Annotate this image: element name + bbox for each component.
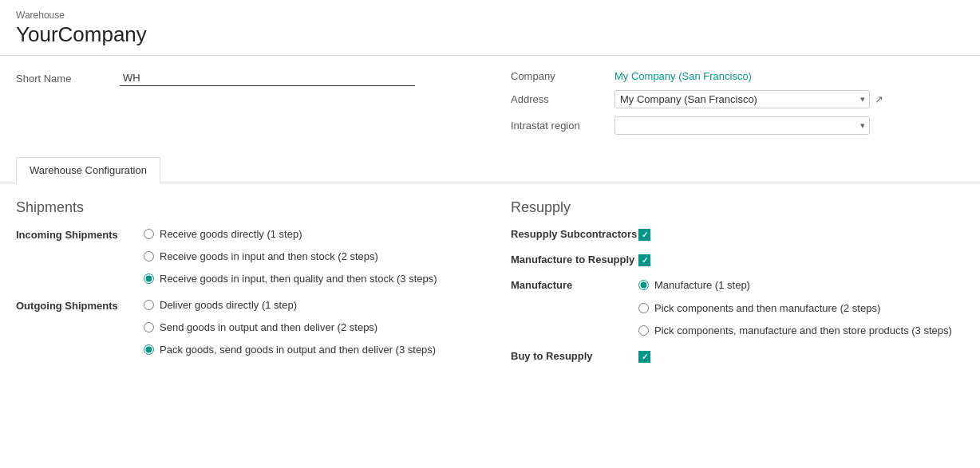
shipments-title: Shipments <box>16 199 479 216</box>
incoming-radio-2[interactable] <box>144 251 154 262</box>
incoming-radio-1[interactable] <box>144 229 154 239</box>
config-section: Shipments Incoming Shipments Receive goo… <box>0 183 980 391</box>
intrastat-label: Intrastat region <box>511 120 614 132</box>
manufacture-to-resupply-checkbox[interactable] <box>638 254 650 266</box>
outgoing-option-2-label: Send goods in output and then deliver (2… <box>160 321 377 335</box>
incoming-option-2[interactable]: Receive goods in input and then stock (2… <box>144 250 437 264</box>
buy-to-resupply-row: Buy to Resupply <box>511 349 964 364</box>
intrastat-select-wrapper: ▾ <box>614 116 870 135</box>
resupply-panel: Resupply Resupply Subcontractors Manufac… <box>511 199 964 375</box>
resupply-subcontractors-checkbox[interactable] <box>638 229 650 241</box>
manufacture-options: Manufacture (1 step) Pick components and… <box>638 278 952 338</box>
address-row: Address My Company (San Francisco) ▾ ↗ <box>511 90 964 108</box>
incoming-option-2-label: Receive goods in input and then stock (2… <box>160 250 378 264</box>
outgoing-radio-2[interactable] <box>144 322 154 332</box>
manufacture-radio-1[interactable] <box>638 280 649 290</box>
manufacture-label: Manufacture <box>511 278 638 293</box>
outgoing-option-3[interactable]: Pack goods, send goods in output and the… <box>144 343 436 357</box>
manufacture-option-3[interactable]: Pick components, manufacture and then st… <box>638 324 952 338</box>
outgoing-radio-3[interactable] <box>144 344 154 355</box>
intrastat-row: Intrastat region ▾ <box>511 116 964 135</box>
external-link-icon[interactable]: ↗ <box>875 93 883 105</box>
buy-to-resupply-control <box>638 349 650 363</box>
company-value[interactable]: My Company (San Francisco) <box>614 70 752 82</box>
shipments-panel: Shipments Incoming Shipments Receive goo… <box>16 199 479 375</box>
incoming-option-1-label: Receive goods directly (1 step) <box>160 227 302 242</box>
resupply-subcontractors-label: Resupply Subcontractors <box>511 227 638 242</box>
manufacture-radio-3[interactable] <box>638 325 649 336</box>
outgoing-option-1[interactable]: Deliver goods directly (1 step) <box>144 298 436 313</box>
manufacture-row: Manufacture Manufacture (1 step) Pick co… <box>511 278 964 338</box>
page-header: Warehouse YourCompany <box>0 0 980 56</box>
tabs-bar: Warehouse Configuration <box>0 157 980 183</box>
manufacture-option-2[interactable]: Pick components and then manufacture (2 … <box>638 301 952 316</box>
breadcrumb: Warehouse <box>16 10 964 21</box>
incoming-option-1[interactable]: Receive goods directly (1 step) <box>144 227 437 242</box>
incoming-shipments-group: Incoming Shipments Receive goods directl… <box>16 227 479 287</box>
outgoing-shipments-label: Outgoing Shipments <box>16 298 144 312</box>
intrastat-select[interactable] <box>614 116 870 135</box>
form-right: Company My Company (San Francisco) Addre… <box>511 70 964 143</box>
incoming-radio-options: Receive goods directly (1 step) Receive … <box>144 227 437 287</box>
outgoing-shipments-group: Outgoing Shipments Deliver goods directl… <box>16 298 479 358</box>
manufacture-radio-2[interactable] <box>638 303 649 313</box>
short-name-label: Short Name <box>16 73 120 85</box>
company-label: Company <box>511 70 614 82</box>
manufacture-option-3-label: Pick components, manufacture and then st… <box>654 324 952 338</box>
address-select[interactable]: My Company (San Francisco) <box>614 90 870 108</box>
address-select-wrapper: My Company (San Francisco) ▾ <box>614 90 870 108</box>
outgoing-radio-options: Deliver goods directly (1 step) Send goo… <box>144 298 436 358</box>
resupply-subcontractors-row: Resupply Subcontractors <box>511 227 964 242</box>
resupply-subcontractors-control <box>638 227 650 241</box>
incoming-option-3[interactable]: Receive goods in input, then quality and… <box>144 272 437 286</box>
manufacture-option-2-label: Pick components and then manufacture (2 … <box>654 301 880 316</box>
form-left: Short Name <box>16 70 479 143</box>
short-name-row: Short Name <box>16 70 479 86</box>
incoming-option-3-label: Receive goods in input, then quality and… <box>160 272 437 286</box>
incoming-shipments-label: Incoming Shipments <box>16 227 144 241</box>
incoming-radio-3[interactable] <box>144 273 154 284</box>
form-section: Short Name Company My Company (San Franc… <box>0 56 980 151</box>
outgoing-option-1-label: Deliver goods directly (1 step) <box>160 298 297 313</box>
outgoing-option-2[interactable]: Send goods in output and then deliver (2… <box>144 321 436 335</box>
buy-to-resupply-label: Buy to Resupply <box>511 349 638 364</box>
manufacture-to-resupply-control <box>638 253 650 266</box>
address-label: Address <box>511 93 614 105</box>
manufacture-to-resupply-label: Manufacture to Resupply <box>511 253 638 267</box>
manufacture-to-resupply-row: Manufacture to Resupply <box>511 253 964 267</box>
resupply-title: Resupply <box>511 199 964 216</box>
manufacture-option-1[interactable]: Manufacture (1 step) <box>638 278 952 293</box>
company-row: Company My Company (San Francisco) <box>511 70 964 82</box>
short-name-input[interactable] <box>120 70 415 86</box>
outgoing-radio-1[interactable] <box>144 300 154 310</box>
buy-to-resupply-checkbox[interactable] <box>638 351 650 363</box>
manufacture-option-1-label: Manufacture (1 step) <box>654 278 750 293</box>
page-title: YourCompany <box>16 22 964 47</box>
outgoing-option-3-label: Pack goods, send goods in output and the… <box>160 343 436 357</box>
tab-warehouse-configuration[interactable]: Warehouse Configuration <box>16 157 160 183</box>
